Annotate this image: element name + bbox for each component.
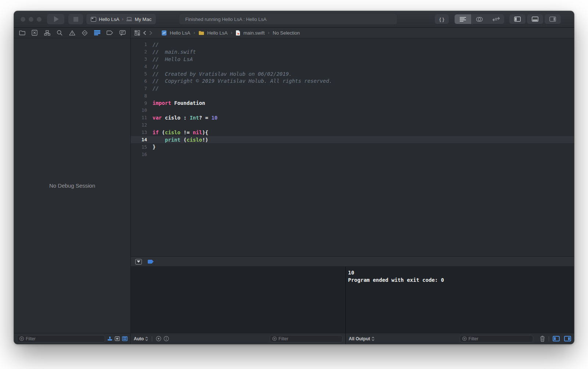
console-scope-selector[interactable]: All Output	[349, 336, 374, 341]
info-icon	[164, 336, 169, 341]
code-text: //	[153, 64, 159, 70]
source-control-navigator-tab[interactable]	[31, 29, 39, 37]
line-number: 13	[131, 129, 147, 135]
console-filter-input[interactable]	[469, 336, 531, 341]
target-icon	[91, 17, 96, 22]
print-description-button[interactable]	[164, 336, 169, 341]
debug-bar	[131, 256, 574, 267]
assistant-editor-button[interactable]	[471, 14, 488, 24]
line-number: 10	[131, 107, 147, 113]
navigator-filter-field[interactable]	[17, 335, 105, 343]
filter-run-records-button[interactable]	[107, 336, 112, 341]
toggle-debug-panel-button[interactable]	[527, 14, 543, 24]
close-window-button[interactable]	[21, 17, 25, 22]
code-line[interactable]: 9import Foundation	[131, 99, 574, 107]
line-number: 2	[131, 49, 147, 54]
toggle-navigator-panel-button[interactable]	[509, 14, 526, 24]
variables-scope-selector[interactable]: Auto	[134, 336, 148, 341]
line-number: 15	[131, 144, 147, 150]
filter-memory-button[interactable]	[115, 336, 120, 341]
show-variables-view-button[interactable]	[553, 336, 560, 341]
related-items-icon[interactable]	[135, 30, 140, 36]
divider	[152, 336, 152, 341]
code-line[interactable]: 14 print (cislo!)	[131, 136, 574, 143]
forward-chevron-icon[interactable]	[149, 31, 153, 35]
back-chevron-icon[interactable]	[143, 31, 146, 35]
minimize-window-button[interactable]	[29, 17, 33, 22]
code-line[interactable]: 7//	[131, 85, 574, 92]
line-number: 7	[131, 86, 147, 91]
trash-icon	[540, 336, 545, 342]
code-line[interactable]: 4//	[131, 63, 574, 70]
code-line[interactable]: 5// Created by Vratislav Holub on 06/02/…	[131, 70, 574, 78]
clear-console-button[interactable]	[540, 336, 545, 342]
breadcrumb-separator: ›	[193, 30, 196, 35]
quick-look-button[interactable]	[156, 336, 161, 341]
search-icon	[57, 30, 62, 36]
show-console-button[interactable]	[564, 336, 571, 341]
standard-editor-button[interactable]	[455, 14, 471, 24]
library-button[interactable]: { }	[435, 14, 449, 24]
variables-view[interactable]	[131, 267, 346, 333]
code-line[interactable]: 11var cislo : Int? = 10	[131, 114, 574, 121]
navigator-filter-input[interactable]	[26, 336, 103, 341]
console-toolbar: All Output	[346, 333, 574, 344]
code-line[interactable]: 1//	[131, 41, 574, 48]
version-editor-button[interactable]	[488, 14, 504, 24]
activate-breakpoints-button[interactable]	[148, 260, 154, 264]
console-output[interactable]: 10Program ended with exit code: 0	[346, 267, 574, 333]
code-line[interactable]: 8	[131, 92, 574, 99]
breadcrumb-group[interactable]: Hello LsA	[207, 30, 228, 36]
stop-button[interactable]	[68, 14, 83, 24]
folder-icon	[19, 30, 25, 35]
stack-frames-icon	[122, 336, 128, 341]
toggle-inspector-panel-button[interactable]	[545, 14, 561, 24]
code-line[interactable]: 10	[131, 107, 574, 114]
editor-mode-segmented-control	[455, 14, 504, 24]
desktop: Hello LsA › My Mac Finished running Hell…	[0, 0, 588, 369]
navigator-filter-bar	[14, 333, 130, 344]
breadcrumb-selection[interactable]: No Selection	[273, 30, 300, 36]
updown-chevrons-icon	[145, 337, 148, 341]
swift-file-icon	[236, 30, 240, 36]
variables-filter-field[interactable]	[270, 335, 343, 343]
code-line[interactable]: 6// Copyright © 2019 Vratislav Holub. Al…	[131, 77, 574, 85]
navigator-sidebar: No Debug Session	[14, 28, 131, 344]
breakpoint-navigator-tab[interactable]	[106, 29, 114, 37]
xcode-window: Hello LsA › My Mac Finished running Hell…	[14, 11, 574, 344]
line-number: 9	[131, 100, 147, 106]
project-file-icon	[161, 30, 167, 36]
zoom-window-button[interactable]	[37, 17, 42, 22]
my-mac-icon	[126, 17, 132, 21]
console-panel-icon	[564, 336, 571, 341]
symbol-navigator-tab[interactable]	[43, 29, 51, 37]
run-button[interactable]	[47, 14, 64, 24]
console-filter-field[interactable]	[460, 335, 533, 343]
hide-debug-area-button[interactable]	[135, 259, 142, 265]
test-navigator-tab[interactable]	[81, 29, 89, 37]
scheme-selector[interactable]: Hello LsA › My Mac	[86, 14, 156, 24]
scheme-separator: ›	[122, 17, 123, 22]
code-line[interactable]: 3// Hello LsA	[131, 56, 574, 63]
debug-navigator-tab[interactable]	[93, 29, 101, 37]
variables-scope-label: Auto	[134, 336, 144, 341]
memory-chip-icon	[115, 336, 120, 341]
debug-area-footers: Auto	[131, 333, 574, 344]
debug-flag-icon	[107, 336, 112, 341]
issue-navigator-tab[interactable]	[68, 29, 76, 37]
breadcrumb-file[interactable]: main.swift	[243, 30, 265, 36]
breadcrumb-project[interactable]: Hello LsA	[170, 30, 190, 36]
code-line[interactable]: 12	[131, 121, 574, 129]
variables-filter-input[interactable]	[279, 336, 340, 341]
line-number: 3	[131, 56, 147, 62]
debug-gauge-icon	[94, 30, 100, 35]
project-navigator-tab[interactable]	[18, 29, 26, 37]
report-navigator-tab[interactable]	[118, 29, 126, 37]
find-navigator-tab[interactable]	[55, 29, 64, 37]
source-editor[interactable]: 1//2// main.swift3// Hello LsA4//5// Cre…	[131, 38, 574, 256]
code-line[interactable]: 15}	[131, 143, 574, 150]
code-line[interactable]: 2// main.swift	[131, 48, 574, 56]
code-line[interactable]: 13if (cislo != nil){	[131, 129, 574, 136]
code-line[interactable]: 16	[131, 150, 574, 158]
filter-view-mode-button[interactable]	[122, 336, 128, 341]
